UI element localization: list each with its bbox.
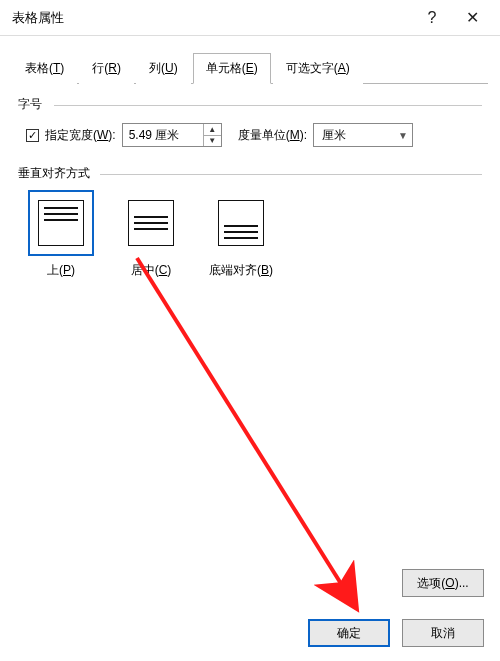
valign-bottom-icon xyxy=(218,200,264,246)
ok-button[interactable]: 确定 xyxy=(308,619,390,647)
cancel-button[interactable]: 取消 xyxy=(402,619,484,647)
valign-group: 垂直对齐方式 上(P) 居中(C) xyxy=(18,165,482,279)
spinner-up-icon[interactable]: ▲ xyxy=(204,124,221,136)
measure-unit-label: 度量单位(M): xyxy=(238,127,307,144)
svg-line-0 xyxy=(137,258,355,606)
valign-bottom-label: 底端对齐(B) xyxy=(209,262,273,279)
help-button[interactable]: ? xyxy=(412,0,452,36)
spinner-down-icon[interactable]: ▼ xyxy=(204,136,221,147)
chevron-down-icon: ▼ xyxy=(398,130,408,141)
valign-bottom-option[interactable]: 底端对齐(B) xyxy=(206,192,276,279)
tab-row[interactable]: 行(R) xyxy=(79,53,134,84)
valign-top-label: 上(P) xyxy=(47,262,75,279)
valign-group-label: 垂直对齐方式 xyxy=(18,165,482,182)
tab-cell[interactable]: 单元格(E) xyxy=(193,53,271,84)
preferred-width-checkbox[interactable]: ✓ xyxy=(26,129,39,142)
measure-unit-select[interactable]: 厘米 ▼ xyxy=(313,123,413,147)
size-group: 字号 ✓ 指定宽度(W): ▲ ▼ 度量单位(M): 厘米 ▼ xyxy=(18,96,482,147)
valign-center-option[interactable]: 居中(C) xyxy=(116,192,186,279)
tab-column[interactable]: 列(U) xyxy=(136,53,191,84)
dialog-title: 表格属性 xyxy=(12,9,412,27)
preferred-width-spinner[interactable]: ▲ ▼ xyxy=(122,123,222,147)
size-group-label: 字号 xyxy=(18,96,482,113)
valign-center-icon xyxy=(128,200,174,246)
preferred-width-input[interactable] xyxy=(123,124,203,146)
title-bar: 表格属性 ? ✕ xyxy=(0,0,500,36)
tab-alttext[interactable]: 可选文字(A) xyxy=(273,53,363,84)
options-button[interactable]: 选项(O)... xyxy=(402,569,484,597)
valign-top-option[interactable]: 上(P) xyxy=(26,192,96,279)
valign-top-icon xyxy=(38,200,84,246)
tab-panel-cell: 字号 ✓ 指定宽度(W): ▲ ▼ 度量单位(M): 厘米 ▼ 垂直对 xyxy=(0,84,500,279)
close-icon: ✕ xyxy=(466,8,479,27)
valign-center-label: 居中(C) xyxy=(131,262,172,279)
tab-table[interactable]: 表格(T) xyxy=(12,53,77,84)
tab-strip: 表格(T) 行(R) 列(U) 单元格(E) 可选文字(A) xyxy=(12,52,488,84)
preferred-width-label: 指定宽度(W): xyxy=(45,127,116,144)
dialog-footer: 选项(O)... 确定 取消 xyxy=(0,559,500,661)
close-button[interactable]: ✕ xyxy=(452,0,492,36)
measure-unit-value: 厘米 xyxy=(322,127,346,144)
